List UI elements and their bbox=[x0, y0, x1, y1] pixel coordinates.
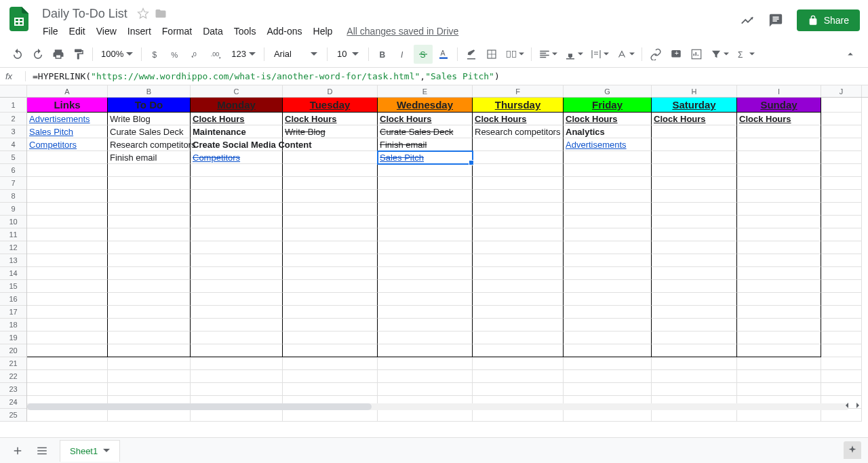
cell[interactable] bbox=[737, 357, 821, 370]
cell[interactable] bbox=[283, 164, 378, 177]
cell[interactable] bbox=[473, 344, 564, 357]
cell[interactable] bbox=[821, 383, 862, 396]
cell[interactable] bbox=[652, 331, 737, 344]
cell[interactable] bbox=[191, 241, 283, 254]
cell[interactable] bbox=[191, 203, 283, 216]
column-header[interactable]: G bbox=[564, 85, 652, 97]
print-button[interactable] bbox=[49, 45, 68, 64]
cell[interactable] bbox=[821, 319, 862, 331]
activity-icon[interactable] bbox=[740, 13, 755, 28]
cell[interactable] bbox=[737, 254, 821, 267]
cell[interactable] bbox=[27, 151, 108, 164]
row-header[interactable]: 23 bbox=[0, 383, 26, 396]
cell[interactable] bbox=[737, 293, 821, 306]
cell[interactable] bbox=[283, 293, 378, 306]
cell[interactable] bbox=[652, 151, 737, 164]
menu-help[interactable]: Help bbox=[309, 23, 338, 39]
menu-insert[interactable]: Insert bbox=[123, 23, 156, 39]
cell[interactable] bbox=[821, 164, 862, 177]
italic-button[interactable]: I bbox=[393, 45, 412, 64]
cell[interactable] bbox=[283, 138, 378, 151]
insert-link-button[interactable] bbox=[646, 45, 665, 64]
cell[interactable] bbox=[27, 216, 108, 228]
cell[interactable] bbox=[191, 164, 283, 177]
currency-button[interactable]: $ bbox=[146, 45, 165, 64]
cell[interactable] bbox=[378, 357, 473, 370]
cell[interactable] bbox=[737, 331, 821, 344]
cell[interactable] bbox=[191, 280, 283, 293]
cell[interactable] bbox=[27, 228, 108, 241]
header-cell[interactable]: Sunday bbox=[737, 98, 821, 113]
row-header[interactable]: 21 bbox=[0, 357, 26, 370]
paint-format-button[interactable] bbox=[69, 45, 88, 64]
cell[interactable] bbox=[283, 190, 378, 203]
cell[interactable] bbox=[821, 125, 862, 138]
vertical-align-button[interactable] bbox=[561, 45, 586, 64]
cell[interactable] bbox=[564, 216, 652, 228]
cell[interactable] bbox=[652, 125, 737, 138]
cell[interactable] bbox=[473, 331, 564, 344]
cell[interactable] bbox=[378, 267, 473, 280]
cell[interactable]: Curate Sales Deck bbox=[378, 125, 473, 138]
cell[interactable] bbox=[652, 293, 737, 306]
cell[interactable] bbox=[283, 151, 378, 164]
cell[interactable] bbox=[27, 164, 108, 177]
cell[interactable] bbox=[108, 190, 191, 203]
cell[interactable] bbox=[564, 344, 652, 357]
column-header[interactable]: J bbox=[821, 85, 862, 97]
cell[interactable] bbox=[283, 370, 378, 383]
cell[interactable] bbox=[652, 409, 737, 422]
cell[interactable] bbox=[473, 293, 564, 306]
cell[interactable]: Clock Hours bbox=[283, 113, 378, 125]
sheets-logo[interactable] bbox=[5, 5, 33, 33]
cell[interactable] bbox=[473, 383, 564, 396]
cell[interactable] bbox=[283, 216, 378, 228]
row-header[interactable]: 9 bbox=[0, 203, 26, 216]
cell[interactable] bbox=[473, 370, 564, 383]
cell[interactable] bbox=[737, 370, 821, 383]
cell[interactable] bbox=[821, 370, 862, 383]
cell[interactable]: Curate Sales Deck bbox=[108, 125, 191, 138]
column-header[interactable]: E bbox=[378, 85, 473, 97]
bold-button[interactable]: B bbox=[373, 45, 392, 64]
cell[interactable] bbox=[564, 293, 652, 306]
cell[interactable] bbox=[473, 164, 564, 177]
cell[interactable] bbox=[191, 190, 283, 203]
cell[interactable] bbox=[378, 319, 473, 331]
cell[interactable]: Advertisements bbox=[27, 113, 108, 125]
cell[interactable] bbox=[27, 319, 108, 331]
cell[interactable] bbox=[378, 370, 473, 383]
cell[interactable] bbox=[191, 267, 283, 280]
undo-button[interactable] bbox=[8, 45, 27, 64]
cell[interactable] bbox=[283, 357, 378, 370]
select-all-corner[interactable] bbox=[0, 85, 27, 98]
cell[interactable] bbox=[108, 409, 191, 422]
cell[interactable] bbox=[191, 344, 283, 357]
borders-button[interactable] bbox=[482, 45, 501, 64]
cell[interactable] bbox=[108, 254, 191, 267]
cell[interactable] bbox=[821, 216, 862, 228]
cell[interactable] bbox=[564, 331, 652, 344]
cell[interactable] bbox=[283, 267, 378, 280]
cell[interactable] bbox=[564, 306, 652, 319]
comments-icon[interactable] bbox=[768, 13, 783, 28]
row-header[interactable]: 13 bbox=[0, 254, 26, 267]
formula-input[interactable]: =HYPERLINK("https://www.wordhippo.com/wh… bbox=[26, 71, 863, 81]
cell[interactable] bbox=[27, 357, 108, 370]
cell[interactable] bbox=[378, 306, 473, 319]
cell[interactable] bbox=[564, 164, 652, 177]
cell[interactable] bbox=[564, 190, 652, 203]
cell[interactable] bbox=[283, 331, 378, 344]
cell[interactable] bbox=[821, 177, 862, 190]
cell[interactable] bbox=[473, 203, 564, 216]
cell[interactable]: Sales Pitch bbox=[27, 125, 108, 138]
cell[interactable] bbox=[737, 306, 821, 319]
cell[interactable] bbox=[564, 409, 652, 422]
cell[interactable] bbox=[652, 319, 737, 331]
cell[interactable] bbox=[378, 344, 473, 357]
cell[interactable] bbox=[564, 357, 652, 370]
cell[interactable] bbox=[191, 216, 283, 228]
share-button[interactable]: Share bbox=[797, 9, 860, 31]
cell[interactable] bbox=[378, 164, 473, 177]
zoom-select[interactable]: 100% bbox=[97, 49, 137, 59]
